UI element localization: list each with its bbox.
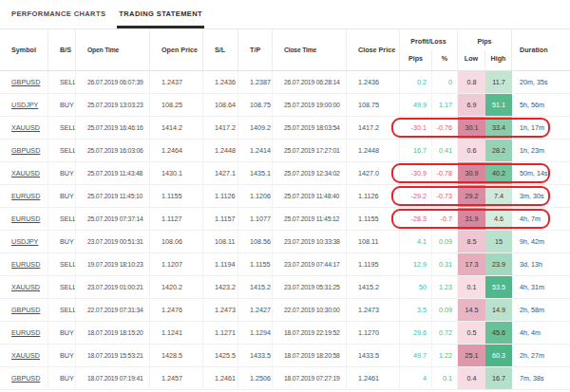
symbol-link[interactable]: GBPUSD — [11, 306, 40, 314]
take-profit-cell: 1.2387 — [238, 71, 273, 93]
close-time-cell: 22.07.2019 10:30:00 — [273, 299, 347, 321]
take-profit-cell: 1.1294 — [238, 322, 273, 344]
table-row: GBPUSDSELL22.07.2019 07:31:341.24761.247… — [0, 299, 570, 322]
pl-percent-cell: 0.09 — [432, 299, 458, 321]
close-time-cell: 23.07.2019 10:33:38 — [273, 231, 347, 252]
low-pips-cell: 8.5 — [458, 231, 485, 252]
pl-percent-cell: 0.41 — [432, 140, 458, 161]
take-profit-cell: 108.56 — [238, 231, 273, 252]
symbol-link[interactable]: USDJPY — [11, 237, 38, 246]
low-pips-cell: 0.5 — [458, 322, 485, 344]
duration-cell: 9h, 42m — [512, 231, 570, 252]
symbol-link[interactable]: XAUUSD — [11, 123, 40, 132]
high-pips-cell: 14.9 — [485, 299, 512, 321]
stop-loss-cell: 1.2436 — [203, 71, 238, 93]
high-pips-cell: 4.6 — [485, 208, 512, 230]
open-price-header: Open Price — [150, 29, 203, 70]
close-price-cell: 1.2473 — [347, 299, 400, 321]
stop-loss-cell: 1.1194 — [203, 253, 238, 275]
pl-percent-header: % — [432, 50, 457, 70]
take-profit-cell: 108.75 — [238, 94, 273, 116]
open-time-cell: 25.07.2019 16:03:06 — [76, 140, 150, 161]
close-time-cell: 25.07.2019 19:00:00 — [273, 94, 347, 116]
symbol-link[interactable]: GBPUSD — [11, 374, 40, 383]
take-profit-cell: 1.1206 — [238, 185, 273, 207]
high-pips-cell: 53.5 — [485, 276, 512, 298]
pl-percent-cell: 0.09 — [432, 231, 458, 252]
pl-percent-cell: 1.22 — [432, 345, 458, 366]
tab-trading-statement[interactable]: TRADING STATEMENT — [117, 9, 204, 28]
symbol-cell: EURUSD — [0, 185, 48, 207]
symbol-link[interactable]: GBPUSD — [11, 146, 40, 155]
open-time-cell: 22.07.2019 07:31:34 — [76, 299, 150, 321]
symbol-cell: GBPUSD — [0, 71, 48, 93]
stop-loss-cell: 1425.5 — [203, 345, 238, 366]
open-price-cell: 1414.2 — [150, 117, 203, 139]
duration-cell: 4h, 31m — [512, 276, 570, 298]
symbol-link[interactable]: USDJPY — [11, 101, 38, 109]
pl-pips-cell: 4.1 — [400, 231, 432, 252]
open-price-cell: 1.1127 — [150, 208, 203, 230]
symbol-link[interactable]: XAUUSD — [11, 283, 40, 291]
close-price-cell: 1.1270 — [347, 322, 400, 344]
close-price-cell: 1.1155 — [347, 208, 400, 230]
symbol-cell: EURUSD — [0, 253, 48, 275]
symbol-link[interactable]: GBPUSD — [11, 78, 40, 86]
symbol-link[interactable]: EURUSD — [11, 192, 40, 200]
table-row: XAUUSDBUY25.07.2019 11:43:481430.11427.1… — [0, 162, 570, 185]
duration-cell: 5h, 56m — [512, 94, 570, 116]
close-price-cell: 1417.2 — [347, 117, 400, 139]
close-price-cell: 108.75 — [347, 94, 400, 116]
stop-loss-cell: 1427.1 — [203, 162, 238, 184]
open-price-cell: 1.1155 — [150, 185, 203, 207]
pl-percent-cell: -0.73 — [432, 185, 458, 207]
duration-cell: 2h, 27m — [512, 345, 570, 366]
pl-pips-cell: 16.7 — [400, 140, 432, 161]
symbol-link[interactable]: EURUSD — [11, 215, 40, 223]
pl-percent-cell: -0.76 — [432, 117, 458, 139]
open-time-cell: 18.07.2019 07:19:41 — [76, 367, 150, 389]
buy-sell-cell: SELL — [48, 71, 76, 93]
take-profit-cell: 1.2506 — [238, 367, 273, 389]
low-pips-cell: 30.1 — [458, 117, 485, 139]
buy-sell-header: B/S — [48, 29, 76, 70]
table-row: EURUSDBUY25.07.2019 11:45:101.11551.1126… — [0, 185, 570, 208]
buy-sell-cell: SELL — [48, 299, 76, 321]
duration-cell: 3d, 13h — [512, 253, 570, 275]
symbol-cell: EURUSD — [0, 322, 48, 344]
buy-sell-cell: BUY — [48, 367, 76, 389]
symbol-link[interactable]: EURUSD — [11, 260, 40, 269]
close-price-cell: 1.2461 — [347, 367, 400, 389]
symbol-link[interactable]: XAUUSD — [11, 351, 40, 360]
close-price-cell: 1427.0 — [347, 162, 400, 184]
low-pips-cell: 0.1 — [458, 276, 485, 298]
high-pips-cell: 45.6 — [485, 322, 512, 344]
symbol-link[interactable]: XAUUSD — [11, 169, 40, 177]
table-row: GBPUSDSELL26.07.2019 06:07:391.24371.243… — [0, 71, 570, 94]
pips-range-header-group: Pips Low High — [458, 29, 512, 70]
take-profit-cell: 1.2414 — [238, 140, 273, 161]
open-price-cell: 1.1241 — [150, 322, 203, 344]
close-time-cell: 25.07.2019 17:27:01 — [273, 140, 347, 161]
symbol-link[interactable]: EURUSD — [11, 328, 40, 337]
close-price-cell: 1.2448 — [347, 140, 400, 161]
pl-pips-cell: -29.2 — [400, 185, 432, 207]
pl-percent-cell: 0.72 — [432, 322, 458, 344]
open-price-cell: 1.2457 — [150, 367, 203, 389]
open-time-cell: 25.07.2019 13:03:23 — [76, 94, 150, 116]
table-row: EURUSDSELL19.07.2019 18:10:231.12071.119… — [0, 253, 570, 276]
take-profit-cell: 1.1155 — [238, 253, 273, 275]
close-time-header: Close Time — [273, 29, 347, 70]
stop-loss-cell: 1.2448 — [203, 140, 238, 161]
pl-percent-cell: 0.31 — [432, 253, 458, 275]
tab-performance-charts[interactable]: PERFORMANCE CHARTS — [10, 9, 107, 28]
open-time-header: Open Time — [76, 29, 150, 70]
trading-statement-panel: PERFORMANCE CHARTS TRADING STATEMENT Sym… — [0, 0, 570, 392]
stop-loss-cell: 1423.2 — [203, 276, 238, 298]
open-time-cell: 25.07.2019 11:43:48 — [76, 162, 150, 184]
open-price-cell: 1428.5 — [150, 345, 203, 366]
open-price-cell: 108.06 — [150, 231, 203, 252]
table-row: XAUUSDBUY18.07.2019 15:53:211428.51425.5… — [0, 345, 570, 367]
pl-percent-cell: 1.23 — [432, 276, 458, 298]
table-row: GBPUSDSELL25.07.2019 16:03:061.24641.244… — [0, 140, 570, 162]
